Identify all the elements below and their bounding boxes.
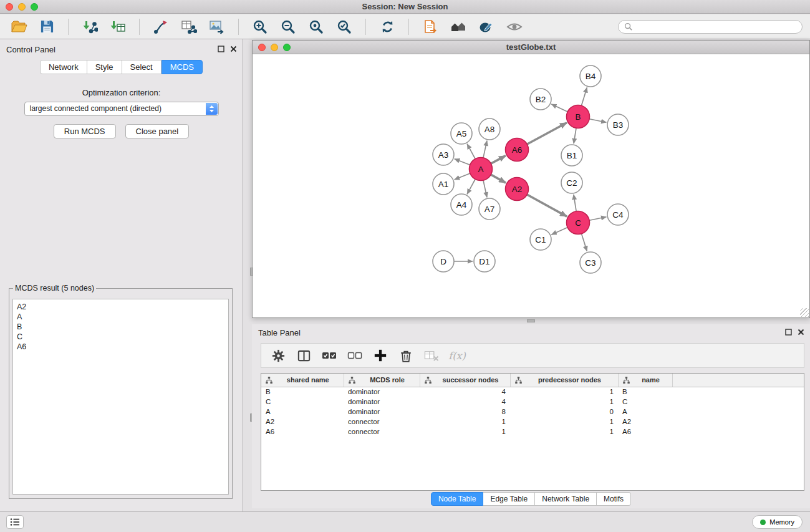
network-graph[interactable]: B4B2BB3A5A8A6B1A3AC2A1A2A4A7C4CC1C3DD1 bbox=[253, 55, 809, 317]
minimize-view-button[interactable] bbox=[271, 44, 278, 51]
new-network-table-button[interactable] bbox=[178, 17, 200, 37]
close-view-button[interactable] bbox=[258, 44, 266, 51]
zoom-selected-button[interactable] bbox=[333, 17, 355, 37]
graph-node-D1[interactable]: D1 bbox=[474, 251, 495, 272]
column-header-MCDS-role[interactable]: MCDS role bbox=[344, 374, 420, 387]
graphics-details-button[interactable] bbox=[475, 17, 498, 37]
delete-rows-button[interactable] bbox=[395, 346, 417, 365]
table-cell[interactable]: B bbox=[261, 387, 344, 397]
table-cell[interactable]: A6 bbox=[618, 427, 672, 437]
delete-table-button[interactable] bbox=[421, 346, 442, 365]
close-table-panel-icon[interactable] bbox=[798, 329, 804, 336]
graph-node-C[interactable]: C bbox=[567, 211, 590, 235]
table-cell[interactable]: A bbox=[618, 407, 672, 417]
tab-network[interactable]: Network bbox=[40, 60, 87, 74]
table-cell[interactable]: connector bbox=[344, 417, 420, 427]
new-network-button[interactable] bbox=[150, 17, 172, 37]
zoom-window-button[interactable] bbox=[31, 3, 38, 11]
graph-node-B2[interactable]: B2 bbox=[530, 89, 551, 110]
table-cell[interactable]: 4 bbox=[420, 397, 510, 407]
mcds-result-list[interactable]: A2ABCA6 bbox=[12, 299, 229, 495]
open-file-button[interactable] bbox=[7, 17, 30, 37]
table-row[interactable]: Adominator80A bbox=[261, 407, 804, 417]
table-cell[interactable]: C bbox=[618, 397, 672, 407]
table-cell[interactable]: 1 bbox=[510, 427, 618, 437]
table-row[interactable]: A2connector11A2 bbox=[261, 417, 804, 427]
graph-node-A8[interactable]: A8 bbox=[479, 118, 500, 140]
tab-motifs[interactable]: Motifs bbox=[597, 492, 631, 506]
import-table-button[interactable] bbox=[107, 17, 129, 37]
tab-network-table[interactable]: Network Table bbox=[535, 492, 597, 506]
node-table-container[interactable]: shared nameMCDS rolesuccessor nodesprede… bbox=[261, 373, 804, 491]
table-row[interactable]: A6connector11A6 bbox=[261, 427, 804, 437]
splitter-handle[interactable] bbox=[250, 268, 253, 276]
graph-node-B3[interactable]: B3 bbox=[607, 114, 629, 135]
network-canvas[interactable]: B4B2BB3A5A8A6B1A3AC2A1A2A4A7C4CC1C3DD1 bbox=[253, 55, 809, 317]
zoom-view-button[interactable] bbox=[283, 44, 291, 51]
table-cell[interactable]: A2 bbox=[261, 417, 344, 427]
table-cell[interactable]: 4 bbox=[420, 387, 510, 397]
show-hide-button[interactable] bbox=[503, 17, 526, 37]
table-cell[interactable]: 1 bbox=[420, 417, 510, 427]
table-cell[interactable]: C bbox=[261, 397, 344, 407]
graph-node-B[interactable]: B bbox=[567, 105, 590, 128]
tab-style[interactable]: Style bbox=[87, 60, 122, 74]
table-cell[interactable]: A bbox=[261, 407, 344, 417]
table-cell[interactable]: dominator bbox=[344, 397, 420, 407]
zoom-out-button[interactable] bbox=[277, 17, 299, 37]
column-header-predecessor-nodes[interactable]: predecessor nodes bbox=[510, 374, 618, 387]
search-box[interactable] bbox=[618, 20, 803, 34]
task-history-button[interactable] bbox=[6, 515, 24, 529]
graph-node-A2[interactable]: A2 bbox=[506, 178, 529, 201]
graph-node-C3[interactable]: C3 bbox=[580, 252, 601, 273]
table-row[interactable]: Bdominator41B bbox=[261, 387, 804, 397]
close-panel-icon[interactable] bbox=[230, 46, 237, 52]
table-cell[interactable]: B bbox=[618, 387, 672, 397]
graph-node-A[interactable]: A bbox=[470, 158, 493, 181]
graph-node-A3[interactable]: A3 bbox=[433, 144, 454, 165]
save-session-button[interactable] bbox=[36, 17, 58, 37]
search-input[interactable] bbox=[635, 22, 796, 31]
table-cell[interactable]: 1 bbox=[510, 417, 618, 427]
add-row-button[interactable] bbox=[370, 346, 391, 365]
close-window-button[interactable] bbox=[6, 3, 13, 11]
table-cell[interactable]: dominator bbox=[344, 407, 420, 417]
splitter-handle[interactable] bbox=[527, 319, 535, 322]
table-cell[interactable]: A2 bbox=[618, 417, 672, 427]
table-settings-button[interactable] bbox=[268, 346, 289, 365]
table-row[interactable]: Cdominator41C bbox=[261, 397, 804, 407]
unselect-all-button[interactable] bbox=[344, 346, 365, 365]
graph-node-D[interactable]: D bbox=[433, 251, 454, 272]
resize-grip[interactable] bbox=[800, 308, 809, 317]
zoom-fit-button[interactable] bbox=[305, 17, 327, 37]
table-cell[interactable]: 8 bbox=[420, 407, 510, 417]
memory-button[interactable]: Memory bbox=[752, 515, 803, 529]
graph-node-A5[interactable]: A5 bbox=[451, 123, 472, 144]
graph-node-A1[interactable]: A1 bbox=[433, 173, 454, 195]
zoom-in-button[interactable] bbox=[249, 17, 271, 37]
table-cell[interactable]: 0 bbox=[510, 407, 618, 417]
result-item[interactable]: A2 bbox=[17, 302, 224, 312]
result-item[interactable]: B bbox=[17, 322, 224, 332]
result-item[interactable]: A bbox=[17, 312, 224, 322]
select-all-button[interactable] bbox=[319, 346, 340, 365]
network-window-titlebar[interactable]: testGlobe.txt bbox=[253, 41, 809, 54]
graph-node-A7[interactable]: A7 bbox=[479, 198, 500, 220]
column-header-name[interactable]: name bbox=[618, 374, 672, 387]
result-item[interactable]: A6 bbox=[17, 342, 224, 352]
table-cell[interactable]: 1 bbox=[420, 427, 510, 437]
table-cell[interactable]: dominator bbox=[344, 387, 420, 397]
export-image-button[interactable] bbox=[206, 17, 228, 37]
float-table-panel-icon[interactable] bbox=[785, 329, 792, 336]
criterion-dropdown[interactable]: largest connected component (directed) bbox=[24, 102, 219, 116]
result-item[interactable]: C bbox=[17, 332, 224, 342]
show-columns-button[interactable] bbox=[293, 346, 314, 365]
column-header-successor-nodes[interactable]: successor nodes bbox=[420, 374, 510, 387]
first-neighbors-button[interactable] bbox=[447, 17, 470, 37]
minimize-window-button[interactable] bbox=[18, 3, 26, 11]
tab-select[interactable]: Select bbox=[122, 60, 162, 74]
run-mcds-button[interactable]: Run MCDS bbox=[54, 124, 116, 138]
table-cell[interactable]: connector bbox=[344, 427, 420, 437]
tab-edge-table[interactable]: Edge Table bbox=[483, 492, 535, 506]
table-cell[interactable]: 1 bbox=[510, 387, 618, 397]
